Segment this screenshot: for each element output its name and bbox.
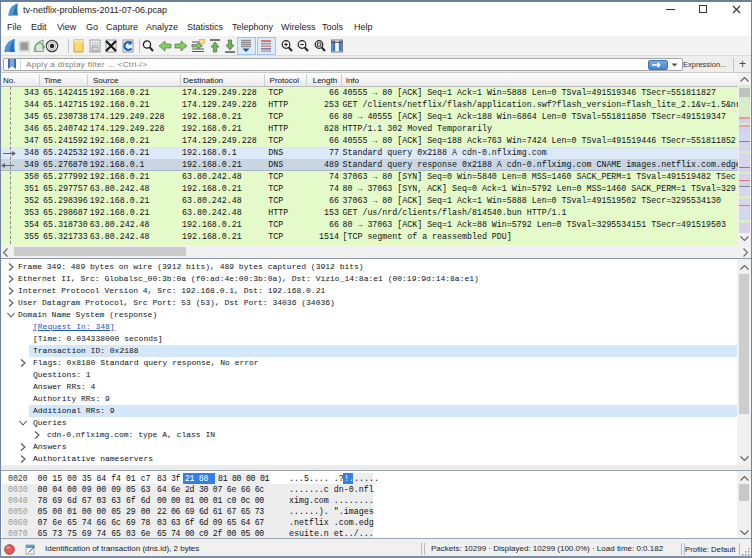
svg-text:101: 101 — [91, 42, 99, 47]
